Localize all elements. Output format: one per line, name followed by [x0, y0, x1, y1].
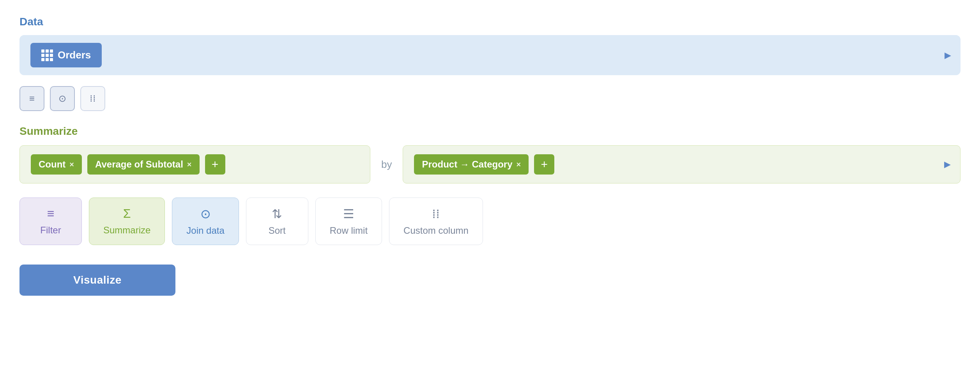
action-buttons-row: ≡ Filter Σ Summarize ⊙ Join data ⇅ Sort …: [19, 198, 961, 245]
custom-col-toolbar-icon: ⁞⁞: [90, 93, 96, 104]
row-limit-action-btn[interactable]: ☰ Row limit: [315, 198, 382, 245]
data-row: Orders ▶: [19, 35, 961, 75]
summarize-row: Count × Average of Subtotal × + by Produ…: [19, 145, 961, 183]
row-limit-action-icon: ☰: [343, 206, 354, 221]
sort-action-label: Sort: [269, 225, 286, 236]
custom-column-action-icon: ⁞⁞: [432, 206, 440, 221]
product-category-tag-label: Product → Category: [422, 159, 512, 170]
filter-toolbar-icon: ≡: [29, 93, 35, 104]
count-tag-close[interactable]: ×: [69, 160, 74, 169]
filter-action-label: Filter: [40, 225, 61, 236]
custom-column-action-label: Custom column: [403, 225, 469, 236]
data-section-label: Data: [19, 16, 961, 28]
sort-action-btn[interactable]: ⇅ Sort: [246, 198, 308, 245]
data-row-arrow: ▶: [945, 50, 951, 60]
avg-subtotal-tag-close[interactable]: ×: [187, 160, 192, 169]
count-tag-label: Count: [39, 159, 65, 170]
by-label: by: [381, 159, 392, 171]
custom-col-toolbar-btn[interactable]: ⁞⁞: [80, 86, 105, 111]
row-limit-action-label: Row limit: [330, 225, 368, 236]
avg-subtotal-tag[interactable]: Average of Subtotal ×: [87, 154, 200, 175]
join-data-action-btn[interactable]: ⊙ Join data: [172, 198, 239, 245]
summarize-action-icon: Σ: [123, 206, 131, 221]
summarize-groupby-box: Product → Category × + ▶: [403, 145, 961, 183]
summarize-action-btn[interactable]: Σ Summarize: [89, 198, 165, 245]
add-metric-button[interactable]: +: [205, 154, 225, 175]
filter-action-icon: ≡: [47, 206, 55, 221]
join-data-action-label: Join data: [186, 225, 224, 236]
join-data-action-icon: ⊙: [200, 206, 211, 221]
filter-toolbar-btn[interactable]: ≡: [19, 86, 44, 111]
summarize-metrics-box: Count × Average of Subtotal × +: [19, 145, 370, 183]
custom-column-action-btn[interactable]: ⁞⁞ Custom column: [389, 198, 483, 245]
add-groupby-button[interactable]: +: [534, 154, 554, 175]
toggle-toolbar-btn[interactable]: ⊙: [50, 86, 75, 111]
orders-button-label: Orders: [58, 49, 91, 61]
product-category-tag[interactable]: Product → Category ×: [414, 154, 529, 175]
summarize-section-label: Summarize: [19, 125, 961, 138]
filter-action-btn[interactable]: ≡ Filter: [19, 198, 82, 245]
toggle-toolbar-icon: ⊙: [58, 93, 66, 104]
visualize-button[interactable]: Visualize: [19, 265, 175, 296]
summarize-action-label: Summarize: [103, 225, 150, 236]
count-tag[interactable]: Count ×: [31, 154, 82, 175]
grid-icon: [41, 49, 53, 61]
orders-button[interactable]: Orders: [30, 43, 102, 67]
sort-action-icon: ⇅: [272, 206, 282, 221]
toolbar: ≡ ⊙ ⁞⁞: [19, 86, 961, 111]
avg-subtotal-tag-label: Average of Subtotal: [95, 159, 183, 170]
summarize-row-arrow: ▶: [944, 159, 951, 169]
product-category-tag-close[interactable]: ×: [517, 160, 521, 169]
